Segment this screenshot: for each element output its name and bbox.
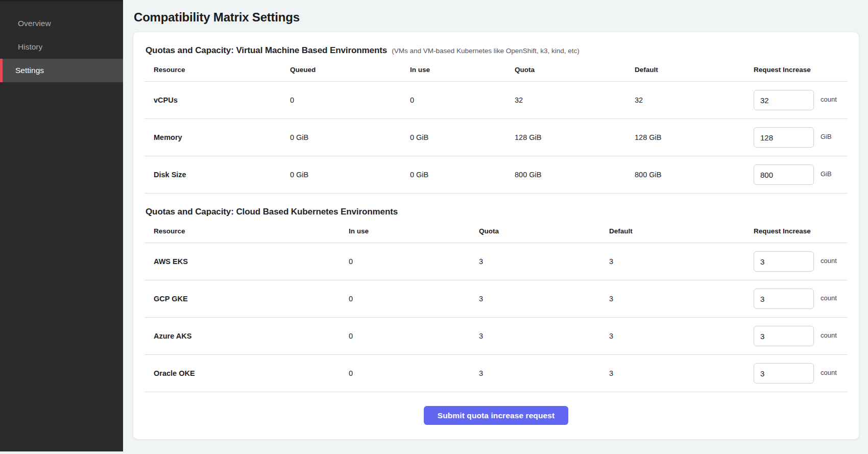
page-title: Compatibility Matrix Settings — [134, 10, 868, 25]
unit-label: GiB — [821, 170, 832, 178]
quota-value: 128 GiB — [505, 133, 625, 141]
column-header-resource: Resource — [144, 66, 281, 74]
unit-label: count — [821, 331, 837, 339]
table-header-row: Resource Queued In use Quota Default Req… — [144, 63, 848, 82]
queued-value: 0 GiB — [281, 133, 401, 141]
resource-name: vCPUs — [144, 96, 281, 104]
quota-value: 800 GiB — [505, 171, 625, 179]
request-increase-cell: count — [744, 326, 848, 346]
sidebar-item-settings[interactable]: Settings — [0, 59, 123, 82]
table-row-oracle-oke: Oracle OKE 0 3 3 count — [144, 355, 848, 392]
vm-section-subtitle: (VMs and VM-based Kubernetes like OpenSh… — [392, 47, 580, 55]
request-increase-input-oracle-oke[interactable] — [754, 363, 814, 384]
resource-name: Oracle OKE — [144, 369, 340, 377]
table-row-gcp-gke: GCP GKE 0 3 3 count — [144, 280, 848, 318]
column-header-quota: Quota — [470, 227, 600, 235]
column-header-quota: Quota — [505, 66, 625, 74]
column-header-in-use: In use — [401, 66, 505, 74]
request-increase-cell: count — [744, 251, 848, 272]
sidebar-item-label: History — [18, 42, 42, 52]
sidebar-item-overview[interactable]: Overview — [0, 12, 123, 35]
table-row-aws-eks: AWS EKS 0 3 3 count — [144, 243, 848, 280]
default-value: 3 — [600, 332, 744, 340]
queued-value: 0 — [281, 96, 401, 104]
unit-label: count — [821, 95, 837, 103]
request-increase-input-disk-size[interactable] — [754, 164, 814, 185]
request-increase-input-vcpus[interactable] — [754, 90, 814, 110]
app-window: Overview History Settings Compatibility … — [0, 0, 868, 454]
column-header-in-use: In use — [340, 227, 470, 235]
request-increase-cell: GiB — [744, 164, 848, 185]
quota-value: 3 — [470, 295, 600, 303]
resource-name: GCP GKE — [144, 295, 340, 303]
in-use-value: 0 — [340, 257, 470, 266]
quota-value: 3 — [470, 257, 600, 266]
quota-value: 3 — [470, 369, 600, 377]
queued-value: 0 GiB — [281, 171, 401, 179]
in-use-value: 0 — [340, 295, 470, 303]
column-header-default: Default — [600, 227, 744, 235]
cloud-section-heading: Quotas and Capacity: Cloud Based Kuberne… — [146, 207, 848, 217]
default-value: 800 GiB — [625, 171, 744, 179]
table-header-row: Resource In use Quota Default Request In… — [144, 224, 848, 243]
request-increase-cell: GiB — [744, 127, 848, 148]
submit-quota-increase-button[interactable]: Submit quota increase request — [424, 406, 568, 425]
cloud-section-title: Quotas and Capacity: Cloud Based Kuberne… — [146, 207, 398, 217]
request-increase-cell: count — [744, 90, 848, 110]
column-header-resource: Resource — [144, 227, 340, 235]
table-row-memory: Memory 0 GiB 0 GiB 128 GiB 128 GiB GiB — [144, 119, 848, 156]
unit-label: count — [821, 294, 837, 302]
column-header-queued: Queued — [281, 66, 401, 74]
request-increase-input-memory[interactable] — [754, 127, 814, 148]
request-increase-cell: count — [744, 363, 848, 384]
table-row-disk-size: Disk Size 0 GiB 0 GiB 800 GiB 800 GiB Gi… — [144, 156, 848, 194]
request-increase-input-azure-aks[interactable] — [754, 326, 814, 346]
in-use-value: 0 GiB — [401, 133, 505, 141]
quotas-card: Quotas and Capacity: Virtual Machine Bas… — [133, 32, 859, 440]
vm-section-title: Quotas and Capacity: Virtual Machine Bas… — [146, 45, 387, 56]
in-use-value: 0 GiB — [401, 171, 505, 179]
submit-area: Submit quota increase request — [144, 392, 848, 430]
main-content: Compatibility Matrix Settings Quotas and… — [123, 0, 868, 454]
unit-label: count — [821, 369, 837, 376]
sidebar-item-label: Settings — [15, 66, 44, 75]
in-use-value: 0 — [340, 332, 470, 340]
default-value: 3 — [600, 295, 744, 303]
cloud-quota-table: Resource In use Quota Default Request In… — [144, 224, 848, 392]
in-use-value: 0 — [340, 369, 470, 377]
resource-name: Azure AKS — [144, 332, 340, 340]
sidebar-item-label: Overview — [18, 19, 51, 28]
sidebar: Overview History Settings — [0, 0, 123, 451]
table-row-azure-aks: Azure AKS 0 3 3 count — [144, 318, 848, 355]
table-row-vcpus: vCPUs 0 0 32 32 count — [144, 82, 848, 119]
request-increase-input-gcp-gke[interactable] — [754, 289, 814, 309]
vm-section-heading: Quotas and Capacity: Virtual Machine Bas… — [146, 45, 848, 56]
in-use-value: 0 — [401, 96, 505, 104]
unit-label: count — [821, 257, 837, 265]
resource-name: Memory — [144, 133, 281, 141]
sidebar-nav: Overview History Settings — [0, 12, 123, 82]
quota-value: 32 — [505, 96, 625, 104]
request-increase-input-aws-eks[interactable] — [754, 251, 814, 272]
resource-name: AWS EKS — [144, 257, 340, 266]
column-header-request-increase: Request Increase — [744, 66, 848, 74]
default-value: 3 — [600, 257, 744, 266]
vm-quota-table: Resource Queued In use Quota Default Req… — [144, 63, 848, 194]
unit-label: GiB — [821, 133, 832, 140]
column-header-default: Default — [625, 66, 744, 74]
default-value: 32 — [625, 96, 744, 104]
column-header-request-increase: Request Increase — [744, 227, 848, 235]
sidebar-item-history[interactable]: History — [0, 35, 123, 59]
default-value: 128 GiB — [625, 133, 744, 141]
quota-value: 3 — [470, 332, 600, 340]
request-increase-cell: count — [744, 289, 848, 309]
resource-name: Disk Size — [144, 171, 281, 179]
default-value: 3 — [600, 369, 744, 377]
